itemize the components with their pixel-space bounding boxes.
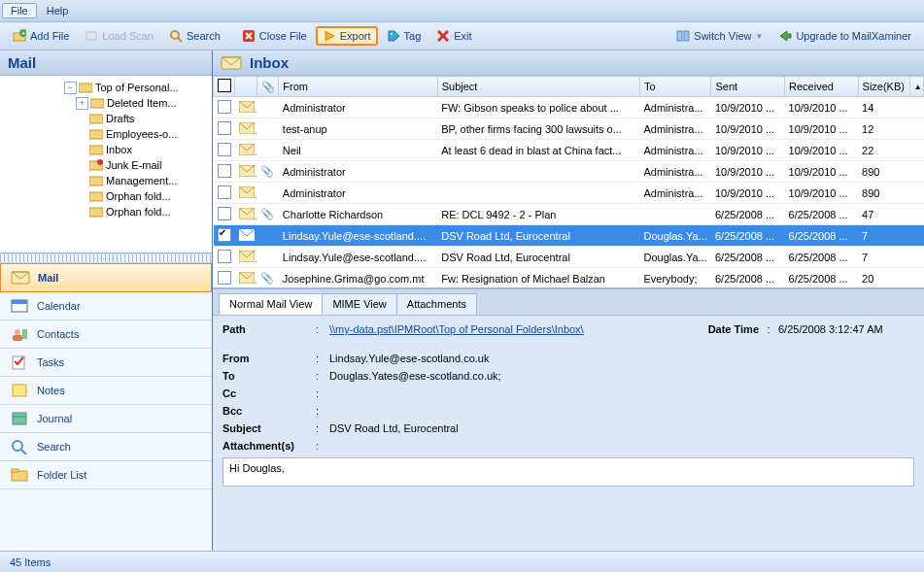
tree-item[interactable]: Employees-o... bbox=[0, 126, 212, 142]
tag-label: Tag bbox=[404, 30, 422, 42]
expand-icon[interactable]: + bbox=[76, 97, 88, 110]
table-row[interactable]: Lindsay.Yule@ese-scotland....DSV Road Lt… bbox=[214, 225, 924, 247]
cell-size: 890 bbox=[858, 183, 909, 204]
close-file-label: Close File bbox=[259, 30, 307, 42]
cell-to: Administra... bbox=[639, 118, 711, 140]
row-checkbox[interactable] bbox=[218, 100, 231, 114]
path-link[interactable]: \\my-data.pst\IPMRoot\Top of Personal Fo… bbox=[329, 323, 584, 335]
tab-mime-view[interactable]: MIME View bbox=[322, 293, 396, 315]
cell-sent: 6/25/2008 ... bbox=[711, 225, 785, 247]
col-subject[interactable]: Subject bbox=[437, 77, 639, 97]
nav-journal[interactable]: Journal bbox=[0, 405, 212, 433]
menu-file[interactable]: File bbox=[2, 3, 37, 18]
row-checkbox[interactable] bbox=[218, 271, 231, 285]
table-row[interactable]: AdministratorAdministra...10/9/2010 ...1… bbox=[214, 183, 924, 204]
nav-contacts[interactable]: Contacts bbox=[0, 320, 212, 349]
search-button[interactable]: Search bbox=[162, 26, 227, 46]
tag-button[interactable]: Tag bbox=[380, 26, 428, 46]
row-checkbox[interactable] bbox=[218, 164, 231, 178]
preview-tabs: Normal Mail View MIME View Attachments bbox=[213, 289, 924, 315]
splitter-grip[interactable]: . . . . . . bbox=[0, 253, 212, 263]
cell-subject: FW: Gibson speaks to police about ... bbox=[437, 97, 639, 118]
row-checkbox[interactable] bbox=[218, 185, 231, 199]
tree-item[interactable]: +Deleted Item... bbox=[0, 95, 212, 111]
upgrade-button[interactable]: Upgrade to MailXaminer bbox=[771, 26, 918, 46]
nav-tasks[interactable]: Tasks bbox=[0, 349, 212, 377]
nav-mail[interactable]: Mail bbox=[0, 263, 212, 292]
cell-size: 14 bbox=[858, 97, 909, 118]
table-row[interactable]: 📎Josephine.Grima@go.com.mtFw: Resignatio… bbox=[214, 268, 924, 289]
tree-item-label: Inbox bbox=[106, 144, 132, 155]
checkbox-icon[interactable] bbox=[218, 79, 231, 92]
table-row[interactable]: Lindsay.Yule@ese-scotland....DSV Road Lt… bbox=[214, 247, 924, 268]
folder-tree[interactable]: −Top of Personal...▲ +Deleted Item... Dr… bbox=[0, 76, 212, 253]
cell-from: Lindsay.Yule@ese-scotland.... bbox=[279, 247, 437, 268]
tree-item[interactable]: Drafts bbox=[0, 111, 212, 126]
message-grid[interactable]: 📎 From Subject To Sent Received Size(KB)… bbox=[213, 76, 924, 288]
scroll-up[interactable]: ▲ bbox=[909, 77, 923, 97]
cell-received: 6/25/2008 ... bbox=[785, 247, 859, 268]
menu-help[interactable]: Help bbox=[37, 3, 79, 18]
switch-view-button[interactable]: Switch View ▼ bbox=[669, 26, 770, 46]
cell-from: Neil bbox=[279, 140, 437, 161]
svg-rect-15 bbox=[684, 31, 689, 41]
load-scan-button[interactable]: Load Scan bbox=[78, 26, 160, 46]
row-checkbox[interactable] bbox=[218, 143, 231, 156]
folder-icon bbox=[89, 144, 103, 155]
add-file-button[interactable]: +Add File bbox=[6, 26, 76, 46]
tree-item[interactable]: Inbox bbox=[0, 142, 212, 157]
tree-item[interactable]: Junk E-mail bbox=[0, 157, 212, 173]
cell-to: Administra... bbox=[639, 97, 711, 118]
status-bar: 45 Items bbox=[0, 551, 924, 572]
table-row[interactable]: NeilAt least 6 dead in blast at China fa… bbox=[214, 140, 924, 161]
tab-attachments[interactable]: Attachments bbox=[396, 293, 477, 315]
nav-list: MailCalendarContactsTasksNotesJournalSea… bbox=[0, 263, 212, 551]
cell-received: 10/9/2010 ... bbox=[785, 97, 859, 118]
col-from[interactable]: From bbox=[279, 77, 437, 97]
tree-item[interactable]: Management... bbox=[0, 173, 212, 188]
svg-point-31 bbox=[15, 329, 20, 335]
cell-to: Everybody; bbox=[639, 268, 711, 289]
col-to[interactable]: To bbox=[639, 77, 711, 97]
left-pane: Mail −Top of Personal...▲ +Deleted Item.… bbox=[0, 50, 213, 551]
svg-point-38 bbox=[13, 441, 22, 451]
row-checkbox[interactable] bbox=[218, 228, 231, 242]
cell-sent: 10/9/2010 ... bbox=[711, 183, 785, 204]
folder-icon bbox=[79, 82, 92, 93]
message-body[interactable]: Hi Douglas, bbox=[222, 457, 914, 487]
table-row[interactable]: AdministratorFW: Gibson speaks to police… bbox=[214, 97, 924, 118]
nav-folderlist[interactable]: Folder List bbox=[0, 461, 212, 489]
row-checkbox[interactable] bbox=[218, 250, 231, 263]
col-attach[interactable]: 📎 bbox=[257, 77, 278, 97]
junk-folder-icon bbox=[89, 159, 103, 171]
tree-item[interactable]: Orphan fold...▼ bbox=[0, 204, 212, 219]
attachment-label: Attachment(s) bbox=[222, 440, 316, 452]
exit-button[interactable]: Exit bbox=[429, 26, 478, 46]
col-sent[interactable]: Sent bbox=[711, 77, 785, 97]
table-row[interactable]: test-anupBP, other firms facing 300 laws… bbox=[214, 118, 924, 140]
col-check[interactable] bbox=[214, 77, 235, 97]
from-label: From bbox=[222, 353, 316, 364]
collapse-icon[interactable]: − bbox=[64, 82, 77, 94]
col-size[interactable]: Size(KB) bbox=[858, 77, 909, 97]
nav-notes[interactable]: Notes bbox=[0, 377, 212, 405]
subject-label: Subject bbox=[222, 422, 316, 434]
tree-item[interactable]: Orphan fold... bbox=[0, 188, 212, 204]
row-checkbox[interactable] bbox=[218, 207, 231, 220]
nav-search[interactable]: Search bbox=[0, 433, 212, 461]
tree-root[interactable]: −Top of Personal...▲ bbox=[0, 80, 212, 95]
folder-icon bbox=[89, 190, 103, 202]
col-received[interactable]: Received bbox=[785, 77, 859, 97]
close-file-button[interactable]: Close File bbox=[235, 26, 314, 46]
svg-rect-25 bbox=[89, 192, 103, 201]
table-row[interactable]: 📎Charlotte Richardson RE: DCL 9492 - 2 -… bbox=[214, 204, 924, 225]
datetime-value: 6/25/2008 3:12:47 AM bbox=[778, 323, 914, 335]
tab-normal-view[interactable]: Normal Mail View bbox=[219, 293, 323, 315]
to-value: Douglas.Yates@ese-scotland.co.uk; bbox=[329, 370, 914, 382]
export-button[interactable]: Export bbox=[316, 26, 378, 46]
row-checkbox[interactable] bbox=[218, 121, 231, 135]
exit-label: Exit bbox=[454, 30, 471, 42]
table-row[interactable]: 📎AdministratorAdministra...10/9/2010 ...… bbox=[214, 161, 924, 183]
col-read[interactable] bbox=[235, 77, 257, 97]
nav-calendar[interactable]: Calendar bbox=[0, 292, 212, 320]
